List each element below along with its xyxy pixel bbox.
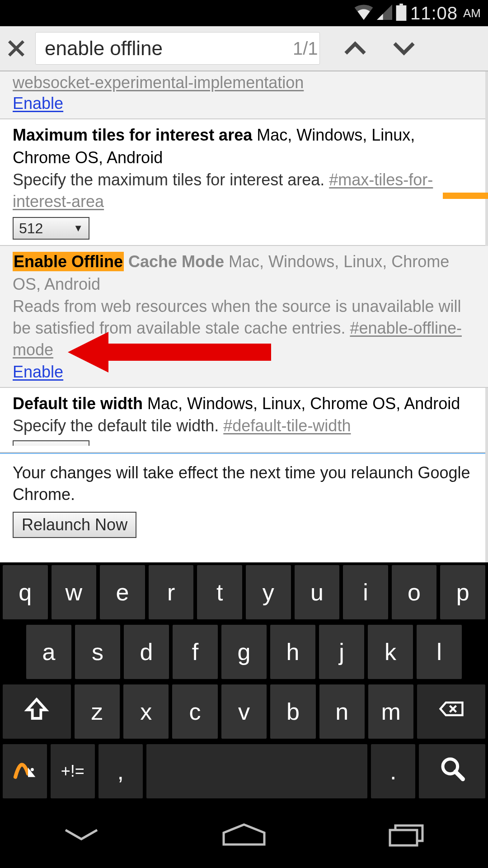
key-b[interactable]: b [270,684,315,739]
key-h[interactable]: h [270,625,315,679]
key-r[interactable]: r [149,565,194,619]
flag-tile-width-desc: Specify the default tile width. [13,416,223,435]
wifi-icon [354,5,373,22]
key-comma[interactable]: , [99,744,143,798]
find-marker [443,193,488,199]
shift-icon [24,696,49,727]
status-bar: 11:08 AM [0,0,488,26]
flag-offline-enable-link[interactable]: Enable [13,363,63,382]
key-n[interactable]: n [319,684,365,739]
flag-max-tiles-select[interactable]: 512 ▼ [13,217,89,240]
home-icon [219,822,269,847]
find-search-box[interactable]: 1/1 [35,32,320,65]
nav-back-button[interactable] [54,821,108,848]
svg-rect-1 [399,4,403,5]
key-s[interactable]: s [75,625,120,679]
soft-keyboard[interactable]: q w e r t y u i o p a s d f g h j k l z … [0,562,488,802]
flag-offline-title-rest: Cache Mode [124,252,224,271]
nav-bar [0,802,488,867]
keyboard-row-2: a s d f g h j k l [1,625,487,679]
keyboard-row-1: q w e r t y u i o p [1,565,487,619]
find-match-count: 1/1 [293,38,318,59]
svg-line-5 [455,772,463,779]
battery-icon [396,4,407,23]
cell-signal-icon [377,5,392,22]
flag-tile-width-platforms: Mac, Windows, Linux, Chrome OS, Android [147,394,460,413]
svg-rect-0 [396,5,406,21]
flag-max-tiles: Maximum tiles for interest area Mac, Win… [0,119,488,246]
flag-offline-cache: Enable Offline Cache Mode Mac, Windows, … [0,246,488,388]
key-t[interactable]: t [197,565,242,619]
key-q[interactable]: q [3,565,48,619]
nav-home-button[interactable] [217,821,271,848]
key-v[interactable]: v [221,684,267,739]
key-a[interactable]: a [26,625,71,679]
key-w[interactable]: w [52,565,97,619]
key-space[interactable] [146,744,368,798]
find-input[interactable] [45,37,293,60]
key-period[interactable]: . [371,744,415,798]
flags-content[interactable]: websocket-experimental-implementation En… [0,71,488,562]
flag-websocket: websocket-experimental-implementation En… [0,71,488,119]
key-search[interactable] [419,744,485,798]
find-prev-button[interactable] [342,35,369,62]
key-f[interactable]: f [173,625,218,679]
key-x[interactable]: x [123,684,169,739]
search-icon [440,756,465,787]
key-backspace[interactable] [417,684,485,739]
flag-websocket-enable-link[interactable]: Enable [13,94,63,113]
flag-tile-width-title: Default tile width [13,394,143,413]
relaunch-bar: Your changes will take effect the next t… [0,454,488,544]
find-next-button[interactable] [390,35,418,62]
flag-tile-width: Default tile width Mac, Windows, Linux, … [0,388,488,451]
backspace-icon [439,696,464,727]
relaunch-now-button[interactable]: Relaunch Now [13,512,136,538]
flag-offline-title-highlight: Enable Offline [13,252,124,271]
annotation-arrow-icon [68,332,271,373]
key-o[interactable]: o [392,565,437,619]
relaunch-text: Your changes will take effect the next t… [13,462,475,505]
key-y[interactable]: y [246,565,291,619]
key-u[interactable]: u [295,565,340,619]
key-d[interactable]: d [124,625,169,679]
keyboard-row-4: +!= , . [1,744,487,798]
flag-websocket-hash[interactable]: websocket-experimental-implementation [13,73,304,92]
keyboard-row-3: z x c v b n m [1,684,487,739]
key-m[interactable]: m [368,684,413,739]
recents-icon [386,822,427,847]
key-swype[interactable] [3,744,47,798]
svg-rect-6 [390,830,417,845]
close-icon[interactable] [5,38,27,59]
key-c[interactable]: c [172,684,217,739]
chevron-down-icon: ▼ [73,222,83,234]
key-p[interactable]: p [440,565,485,619]
nav-recents-button[interactable] [380,821,434,848]
flag-tile-width-hash[interactable]: #default-tile-width [223,416,351,435]
svg-point-3 [31,768,34,771]
find-in-page-bar: 1/1 [0,26,488,71]
key-e[interactable]: e [100,565,145,619]
status-time: 11:08 [410,3,458,24]
key-k[interactable]: k [368,625,413,679]
flag-max-tiles-select-value: 512 [19,220,43,237]
key-j[interactable]: j [319,625,364,679]
key-symbols[interactable]: +!= [51,744,95,798]
key-l[interactable]: l [417,625,462,679]
flag-max-tiles-title: Maximum tiles for interest area [13,126,252,144]
swype-icon [12,756,38,787]
key-g[interactable]: g [221,625,267,679]
svg-marker-2 [68,332,271,373]
flag-tile-width-select[interactable] [13,440,89,446]
key-shift[interactable] [3,684,71,739]
flag-max-tiles-desc: Specify the maximum tiles for interest a… [13,170,329,189]
chevron-down-icon [61,826,102,844]
key-i[interactable]: i [343,565,388,619]
status-ampm: AM [463,6,481,20]
key-z[interactable]: z [75,684,120,739]
